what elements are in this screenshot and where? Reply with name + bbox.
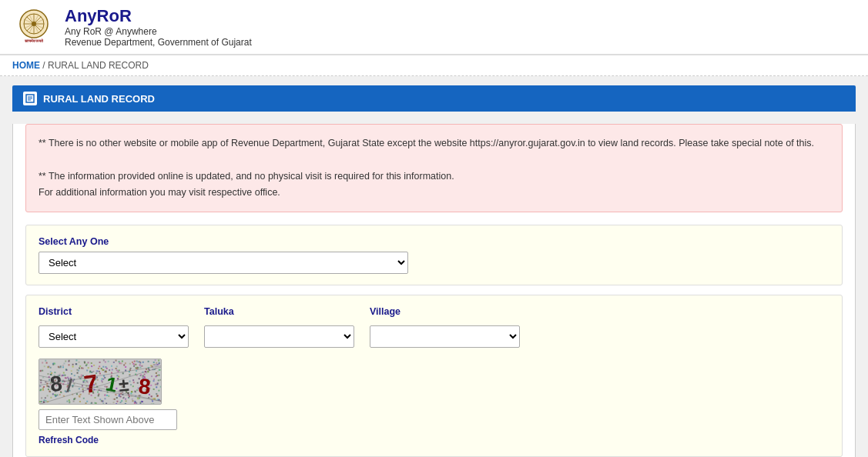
district-label: District [39,306,189,317]
village-dropdown[interactable] [370,325,520,348]
location-section: District Select Taluka Village [25,295,843,457]
site-subtitle2: Revenue Department, Government of Gujara… [65,37,252,48]
breadcrumb-current: RURAL LAND RECORD [48,60,149,71]
breadcrumb-separator: / [42,60,45,71]
captcha-image [39,359,162,405]
notice-line2: ** The information provided online is up… [39,168,829,185]
dtv-row: District Select Taluka Village [39,306,829,348]
notice-line3: For additional information you may visit… [39,185,829,201]
select-any-one-section: Select Any One Select Survey Number Owne… [25,225,843,285]
content-box: ** There is no other website or mobile a… [12,124,856,457]
captcha-section: Refresh Code [39,359,829,445]
district-dropdown[interactable]: Select [39,325,189,348]
taluka-col: Taluka [204,306,354,348]
section-header: RURAL LAND RECORD [12,85,856,112]
site-subtitle1: Any RoR @ Anywhere [65,26,252,37]
notice-line1: ** There is no other website or mobile a… [39,135,829,152]
site-title: AnyRoR [65,6,252,26]
district-col: District Select [39,306,189,348]
notice-box: ** There is no other website or mobile a… [25,124,843,212]
breadcrumb-home[interactable]: HOME [12,60,40,71]
site-logo: सत्यमेव जयते [12,5,55,48]
section-icon [23,92,37,105]
taluka-dropdown[interactable] [204,325,354,348]
taluka-label: Taluka [204,306,354,317]
village-col: Village [370,306,520,348]
site-title-group: AnyRoR Any RoR @ Anywhere Revenue Depart… [65,6,252,48]
village-label: Village [370,306,520,317]
svg-text:सत्यमेव जयते: सत्यमेव जयते [24,38,44,43]
breadcrumb: HOME / RURAL LAND RECORD [0,55,868,76]
site-header: सत्यमेव जयते AnyRoR Any RoR @ Anywhere R… [0,0,868,55]
main-container: RURAL LAND RECORD ** There is no other w… [0,76,868,457]
section-title: RURAL LAND RECORD [43,93,155,105]
select-any-one-label: Select Any One [39,236,829,247]
refresh-code-link[interactable]: Refresh Code [39,435,99,445]
captcha-input[interactable] [39,409,177,430]
select-any-one-dropdown[interactable]: Select Survey Number Owner Name Old Surv… [39,252,408,274]
